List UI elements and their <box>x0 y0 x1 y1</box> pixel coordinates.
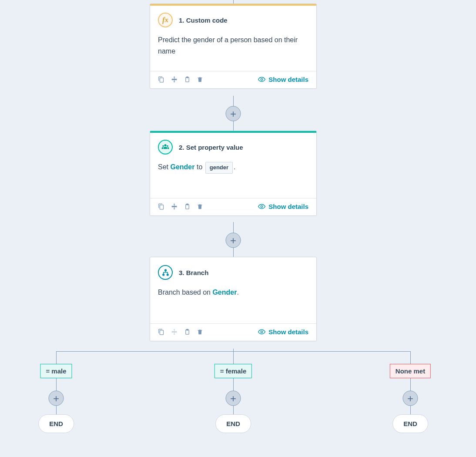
step-description: Predict the gender of a person based on … <box>158 36 298 55</box>
custom-code-icon: fx <box>158 13 173 27</box>
value-token: gender <box>205 162 233 174</box>
show-details-button[interactable]: Show details <box>258 76 308 83</box>
workflow-canvas: + + fx 1. Custom code Predict the gender… <box>0 0 476 457</box>
svg-point-4 <box>162 145 164 147</box>
copy-icon[interactable] <box>158 76 164 83</box>
delete-icon[interactable] <box>197 203 203 210</box>
svg-rect-1 <box>187 77 188 78</box>
workflow-step-custom-code[interactable]: fx 1. Custom code Predict the gender of … <box>150 3 317 89</box>
delete-icon[interactable] <box>197 76 203 83</box>
move-icon[interactable] <box>171 76 178 83</box>
move-icon[interactable] <box>171 203 178 210</box>
show-details-button[interactable]: Show details <box>258 328 308 336</box>
branch-condition-label[interactable]: = female <box>215 364 252 378</box>
end-node: END <box>392 414 428 433</box>
svg-point-10 <box>162 274 164 276</box>
connector <box>56 406 57 415</box>
svg-point-3 <box>164 144 167 146</box>
workflow-step-set-property[interactable]: 2. Set property value Set Gender to gend… <box>150 131 317 216</box>
step-title: 1. Custom code <box>179 17 228 24</box>
branch-condition-label[interactable]: None met <box>390 364 431 378</box>
details-label: Show details <box>268 203 308 210</box>
svg-rect-7 <box>187 204 188 205</box>
workflow-step-branch[interactable]: 3. Branch Branch based on Gender. <box>150 257 317 341</box>
svg-rect-13 <box>187 329 188 330</box>
details-label: Show details <box>268 328 308 336</box>
end-node: END <box>38 414 74 433</box>
move-icon <box>171 328 178 336</box>
svg-point-14 <box>261 331 263 333</box>
svg-point-5 <box>167 145 168 147</box>
svg-point-2 <box>261 78 263 80</box>
show-details-button[interactable]: Show details <box>258 203 308 210</box>
svg-point-8 <box>261 205 263 207</box>
step-title: 2. Set property value <box>179 144 243 151</box>
svg-point-9 <box>164 269 166 271</box>
add-action-button[interactable]: + <box>49 391 64 406</box>
step-description: Set Gender to gender. <box>150 158 316 198</box>
property-link[interactable]: Gender <box>170 163 194 171</box>
step-description: Branch based on Gender. <box>150 283 316 323</box>
clipboard-icon[interactable] <box>184 329 191 335</box>
clipboard-icon[interactable] <box>184 203 191 210</box>
svg-point-11 <box>167 274 168 276</box>
details-label: Show details <box>268 76 308 83</box>
property-link[interactable]: Gender <box>212 289 237 296</box>
clipboard-icon[interactable] <box>184 76 191 83</box>
contacts-icon <box>158 140 173 155</box>
connector <box>233 406 234 415</box>
add-action-button[interactable]: + <box>226 233 241 248</box>
branch-condition-label[interactable]: = male <box>40 364 72 378</box>
eye-icon <box>258 76 265 83</box>
delete-icon[interactable] <box>197 329 203 335</box>
add-action-button[interactable]: + <box>226 106 241 121</box>
step-title: 3. Branch <box>179 269 208 276</box>
eye-icon <box>258 328 265 336</box>
add-action-button[interactable]: + <box>226 391 241 406</box>
add-action-button[interactable]: + <box>403 391 418 406</box>
branch-icon <box>158 265 173 280</box>
end-node: END <box>215 414 251 433</box>
connector <box>410 406 411 415</box>
copy-icon[interactable] <box>158 203 164 210</box>
eye-icon <box>258 203 265 210</box>
copy-icon[interactable] <box>158 329 164 335</box>
